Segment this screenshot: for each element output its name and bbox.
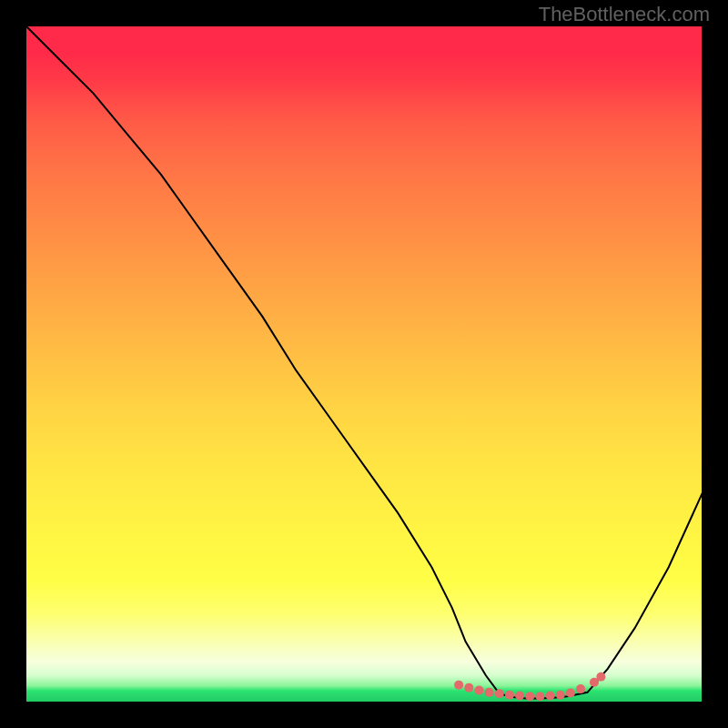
marker-dot [576,684,585,693]
chart-root: TheBottleneck.com [0,0,728,728]
curve-markers [454,681,585,702]
curve-layer [25,25,703,703]
marker-dot [505,691,514,700]
attribution-text: TheBottleneck.com [539,3,710,26]
marker-dot [546,692,555,701]
marker-dot [464,683,473,693]
marker-dot [495,689,504,698]
marker-dot [535,692,544,701]
marker-dot [556,691,565,700]
marker-dot [454,681,463,690]
marker-dot [485,688,494,697]
bottleneck-curve [25,25,703,699]
marker-dot [525,692,534,701]
marker-dot [566,689,575,698]
curve-markers-right [590,672,605,687]
marker-dot [596,672,605,682]
plot-area [25,25,703,703]
marker-dot [474,686,483,695]
marker-dot [515,692,524,701]
